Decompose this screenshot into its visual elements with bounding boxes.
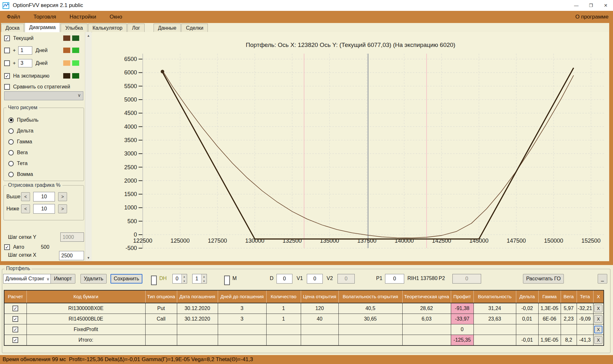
- column-header-Теоретическая цена[interactable]: Теоретическая цена: [402, 290, 451, 303]
- collapse-button[interactable]: _: [598, 274, 607, 284]
- radio-icon[interactable]: [8, 172, 14, 177]
- column-header-Код бумаги[interactable]: Код бумаги: [26, 290, 145, 303]
- column-header-Цена открытия[interactable]: Цена открытия: [301, 290, 338, 303]
- tab-Калькулятор[interactable]: Калькулятор: [88, 24, 127, 32]
- payoff-chart[interactable]: 6500600055005000450040003500300025002000…: [92, 32, 609, 261]
- series-checkbox-1[interactable]: ✓: [4, 48, 10, 53]
- p1-input[interactable]: 0: [385, 274, 404, 284]
- column-header-Волатильность[interactable]: Волатильность: [473, 290, 516, 303]
- v1-input[interactable]: 0: [307, 274, 323, 284]
- tab-Лог[interactable]: Лог: [127, 24, 144, 32]
- save-button[interactable]: Сохранить: [110, 274, 142, 284]
- minimize-button[interactable]: —: [569, 0, 584, 11]
- row-checkbox[interactable]: ✓: [12, 327, 18, 332]
- increase-button[interactable]: >: [58, 204, 67, 213]
- column-header-Вега[interactable]: Вега: [561, 290, 577, 303]
- spinner-up-icon[interactable]: ▲: [201, 274, 207, 279]
- menu-item-1[interactable]: Торговля: [27, 11, 63, 23]
- menu-item-about[interactable]: О программе: [575, 14, 609, 20]
- spinner-down-icon[interactable]: ▼: [182, 279, 187, 283]
- remove-row-button[interactable]: X: [594, 315, 602, 323]
- series-checkbox-3[interactable]: ✓: [4, 73, 10, 79]
- draw-option-Гамма[interactable]: Гамма: [8, 138, 32, 146]
- m-checkbox[interactable]: ✓: [224, 276, 230, 285]
- column-header-X[interactable]: X: [593, 290, 604, 303]
- draw-option-Тета[interactable]: Тета: [8, 160, 27, 167]
- days-input-1[interactable]: 1: [18, 46, 32, 55]
- menu-item-3[interactable]: Окно: [103, 11, 129, 23]
- column-header-Профит[interactable]: Профит: [451, 290, 473, 303]
- line-color-swatch[interactable]: [63, 35, 70, 41]
- dh-days-spinner[interactable]: 0 ▲▼: [172, 274, 187, 284]
- strategy-select[interactable]: Длинный Стрэнгл ∨: [3, 274, 51, 284]
- draw-option-Вега[interactable]: Вега: [8, 149, 28, 156]
- tab-Доска[interactable]: Доска: [1, 24, 24, 32]
- menu-item-0[interactable]: Файл: [0, 11, 27, 23]
- fill-color-swatch[interactable]: [72, 35, 79, 41]
- days-input-2[interactable]: 3: [18, 59, 32, 67]
- range-value-input[interactable]: 10: [33, 204, 55, 214]
- line-color-swatch[interactable]: [63, 48, 70, 53]
- tab-Сделки[interactable]: Сделки: [181, 24, 208, 32]
- tab-Данные[interactable]: Данные: [154, 24, 181, 32]
- row-checkbox[interactable]: ✓: [12, 316, 18, 322]
- column-header-Количество[interactable]: Количество: [266, 290, 301, 303]
- delete-button[interactable]: Удалить: [80, 274, 107, 284]
- radio-icon[interactable]: [8, 161, 14, 166]
- x-tick-label: 150000: [544, 238, 563, 244]
- spinner-down-icon[interactable]: ▼: [201, 279, 207, 283]
- close-button[interactable]: ✕: [598, 0, 613, 11]
- fill-color-swatch[interactable]: [72, 73, 79, 79]
- increase-button[interactable]: >: [58, 192, 67, 201]
- line-color-swatch[interactable]: [63, 73, 70, 79]
- sidebar-scrollbar[interactable]: ▲ ▼: [85, 32, 92, 261]
- row-checkbox[interactable]: ✓: [12, 337, 18, 343]
- column-header-Гамма[interactable]: Гамма: [538, 290, 561, 303]
- spinner-up-icon[interactable]: ▲: [182, 274, 187, 279]
- draw-option-Вомма[interactable]: Вомма: [8, 171, 33, 178]
- d-input[interactable]: 0: [276, 274, 292, 284]
- compare-strategy-checkbox[interactable]: ✓: [4, 84, 10, 90]
- v2-input[interactable]: 0: [337, 274, 355, 284]
- p2-input[interactable]: 0: [452, 274, 481, 284]
- strategy-compare-select[interactable]: [4, 91, 83, 100]
- remove-row-button[interactable]: X: [594, 326, 602, 333]
- line-color-swatch[interactable]: [63, 60, 70, 66]
- fill-color-swatch[interactable]: [72, 60, 79, 66]
- range-value-input[interactable]: 10: [33, 192, 55, 201]
- column-header-Тета[interactable]: Тета: [577, 290, 593, 303]
- column-header-Расчет[interactable]: Расчет: [4, 290, 26, 303]
- scroll-up-icon[interactable]: ▲: [86, 33, 91, 38]
- row-checkbox[interactable]: ✓: [12, 306, 18, 311]
- restore-button[interactable]: ❐: [584, 0, 598, 11]
- import-button[interactable]: Импорт: [50, 274, 75, 284]
- column-header-Волатильность открытия[interactable]: Волатильность открытия: [338, 290, 402, 303]
- calc-margin-button[interactable]: Рассчитать ГО: [523, 274, 564, 284]
- grid-step-x-input[interactable]: 2500: [59, 251, 84, 260]
- scroll-down-icon[interactable]: ▼: [86, 255, 91, 261]
- series-checkbox-2[interactable]: ✓: [4, 60, 10, 66]
- remove-row-button[interactable]: X: [594, 336, 602, 344]
- tab-Диаграмма[interactable]: Диаграмма: [25, 23, 60, 32]
- column-header-Тип опциона[interactable]: Тип опциона: [145, 290, 177, 303]
- column-header-Дата погашения[interactable]: Дата погашения: [177, 290, 218, 303]
- column-header-Дельта[interactable]: Дельта: [516, 290, 538, 303]
- draw-option-Прибыль[interactable]: Прибыль: [8, 116, 39, 124]
- dh-checkbox[interactable]: ✓: [151, 276, 157, 285]
- decrease-button[interactable]: <: [21, 192, 30, 201]
- radio-icon[interactable]: [8, 139, 14, 145]
- dh-step-spinner[interactable]: 1 ▲▼: [192, 274, 207, 284]
- draw-option-Дельта[interactable]: Дельта: [8, 127, 34, 135]
- auto-checkbox[interactable]: ✓: [4, 244, 10, 250]
- radio-icon[interactable]: [8, 118, 14, 123]
- decrease-button[interactable]: <: [21, 204, 30, 213]
- column-header-Дней до погашения[interactable]: Дней до погашения: [218, 290, 266, 303]
- radio-icon[interactable]: [8, 150, 14, 155]
- fill-color-swatch[interactable]: [72, 48, 79, 53]
- series-checkbox-0[interactable]: ✓: [4, 35, 10, 41]
- radio-icon[interactable]: [8, 128, 14, 134]
- remove-row-button[interactable]: X: [594, 305, 602, 312]
- grid-step-y-input[interactable]: 1000: [60, 232, 84, 242]
- menu-item-2[interactable]: Настройки: [63, 11, 103, 23]
- tab-Улыбка[interactable]: Улыбка: [61, 24, 87, 32]
